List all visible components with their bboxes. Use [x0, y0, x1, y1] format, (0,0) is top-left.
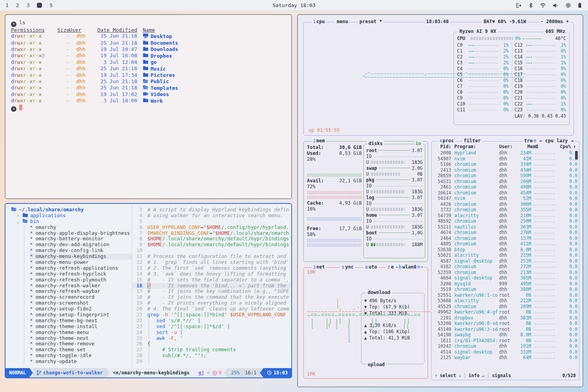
- proc-sort[interactable]: ← cpu lazy →: [538, 138, 575, 143]
- code-line-24[interactable]: 24│ sort -u |: [132, 330, 291, 336]
- ls-entry-go[interactable]: go: [137, 59, 286, 65]
- preset-button[interactable]: preset *: [358, 19, 384, 24]
- code-line-26[interactable]: 26{: [132, 341, 291, 347]
- process-row[interactable]: 52551kworker/u96:1-coroot0B0.0: [435, 292, 577, 298]
- tree-file-omarchy-menu-keybindings[interactable]: *omarchy-menu-keybindings: [30, 254, 132, 260]
- process-row[interactable]: 54198swaybgdhh8.0M0.0: [435, 332, 577, 338]
- process-row[interactable]: 4664signal-desktopdhh385M0.0: [435, 275, 577, 281]
- code-line-27[interactable]: 27│ # Strip trailing comments: [132, 347, 291, 353]
- neovim-window[interactable]: ~/.local/share/omarchy›applications⌄bin*…: [5, 203, 292, 378]
- code-line-9[interactable]: 9$HOME/.local/share/omarchy/default/hypr…: [132, 242, 291, 248]
- process-row[interactable]: 2413chromiumdhh438M0.0: [435, 167, 577, 173]
- process-row[interactable]: 52359chromiumdhh213M0.0: [435, 270, 577, 276]
- process-row[interactable]: 53638btopdhh8.0M0.0: [435, 247, 577, 253]
- process-row[interactable]: 2125waybardhh64M0.0: [435, 355, 577, 361]
- net-auto-toggle[interactable]: auto: [363, 264, 379, 270]
- tree-file-omarchy-theme-menu[interactable]: *omarchy-theme-menu: [30, 330, 132, 336]
- code-line-11[interactable]: 11# Process the configuration file to ex…: [132, 254, 291, 260]
- code-line-12[interactable]: 12# 1. `grep` finds all lines starting w…: [132, 260, 291, 265]
- process-row[interactable]: 4587signal-desktopdhh251M0.0: [435, 258, 577, 264]
- tree-file-omarchy-menu-power[interactable]: *omarchy-menu-power: [30, 260, 132, 265]
- file-tree[interactable]: ~/.local/share/omarchy›applications⌄bin*…: [5, 204, 132, 368]
- ls-entry-public[interactable]: Public: [137, 78, 286, 85]
- tree-file-omarchy-setup-fingerprint[interactable]: *omarchy-setup-fingerprint: [30, 312, 132, 318]
- ls-entry-downloads[interactable]: Downloads: [137, 46, 286, 53]
- tree-file-omarchy-screenrecord[interactable]: *omarchy-screenrecord: [30, 294, 132, 300]
- process-row[interactable]: 3208mysqld999495M0.0: [435, 281, 577, 287]
- tree-file-omarchy-theme-remove[interactable]: *omarchy-theme-remove: [30, 341, 132, 347]
- process-row[interactable]: 43140kworker/u96:3-sdroot0B0.0: [435, 327, 577, 332]
- process-row[interactable]: 54247nvimdhh52M0.0: [435, 196, 577, 201]
- code-line-25[interactable]: 25│ awk -F, ': [132, 336, 291, 341]
- disks-title[interactable]: disks: [367, 141, 384, 146]
- code-line-20[interactable]: 20# 4. The final `sed` cleans up any lef…: [132, 306, 291, 312]
- process-row[interactable]: 4426chromiumdhh306M0.0: [435, 201, 577, 207]
- tree-file-omarchy-refresh-waybar[interactable]: *omarchy-refresh-waybar: [30, 289, 132, 294]
- ls-entry-documents[interactable]: Documents: [137, 40, 286, 46]
- process-scrollbar[interactable]: [575, 151, 578, 160]
- code-line-22[interactable]: 22│ sed 's/#.*//' |: [132, 318, 291, 324]
- menu-button[interactable]: menu: [335, 19, 350, 24]
- code-line-7[interactable]: 7OMARCHY_BINDINGS_CONF="$HOME/.local/sha…: [132, 230, 291, 236]
- btop-window[interactable]: 1cpu menu preset * 18:03:46 BAT▼ 60% -9.…: [297, 14, 583, 387]
- process-row[interactable]: 4805chromiumdhh411M0.0: [435, 241, 577, 247]
- process-row[interactable]: 5166chromiumdhh334M0.0: [435, 162, 577, 167]
- code-line-19[interactable]: 19# - It prints everything in a nicely a…: [132, 300, 291, 306]
- process-row[interactable]: 53208kworker/u96:0-sdroot0B0.0: [435, 321, 577, 327]
- process-row[interactable]: 2461chromiumdhh408M0.0: [435, 184, 577, 190]
- proc-tree-toggle[interactable]: tree: [523, 138, 538, 143]
- tab-proc[interactable]: 4proc: [438, 138, 456, 143]
- process-row[interactable]: 45529chromiumdhh209M0.0: [435, 304, 577, 310]
- tree-dir-applications[interactable]: ›applications: [11, 213, 132, 219]
- prompt-line-2[interactable]: ➜: [11, 105, 286, 112]
- code-line-8[interactable]: 8$HOME/.local/share/omarchy/default/hypr…: [132, 236, 291, 242]
- process-row[interactable]: 3732chromiumdhh355M0.0: [435, 207, 577, 213]
- ls-entry-pictures[interactable]: Pictures: [137, 72, 286, 78]
- tree-file-omarchy-dev-config-link[interactable]: *omarchy-dev-config-link: [30, 248, 132, 254]
- process-row[interactable]: 48592chromiumdhh250M0.0: [435, 218, 577, 224]
- tree-file-omarchy-refresh-plymouth[interactable]: *omarchy-refresh-plymouth: [30, 277, 132, 283]
- code-line-10[interactable]: 10: [132, 248, 291, 254]
- tree-file-omarchy-refresh-applications[interactable]: *omarchy-refresh-applications: [30, 265, 132, 271]
- code-line-14[interactable]: 14# 3. `awk` does the heavy lifting of f…: [132, 271, 291, 277]
- code-line-15[interactable]: 15# - It sets the field separator to a c…: [132, 277, 291, 283]
- tab-cpu[interactable]: 1cpu: [312, 19, 327, 24]
- process-row[interactable]: 49962kworker/u96:4-gfroot0B0.0: [435, 309, 577, 315]
- code-line-17[interactable]: 17# - It joins the key combination (e.g.…: [132, 289, 291, 294]
- terminal-window[interactable]: ➜ls PermissionsSizeUserDate ModifiedName…: [5, 14, 292, 199]
- process-row[interactable]: 53621alacrittydhh215M0.0: [435, 252, 577, 258]
- tree-file-omarchy-update[interactable]: *omarchy-update: [30, 359, 132, 365]
- process-row[interactable]: 2191dropboxdhh383M0.0: [435, 315, 577, 321]
- code-editor[interactable]: 3# A script to display Hyprland keybindi…: [132, 204, 291, 368]
- tree-file-omarchy-refresh-walker[interactable]: *omarchy-refresh-walker: [30, 283, 132, 289]
- code-line-4[interactable]: 4# using walker for an interactive searc…: [132, 213, 291, 219]
- process-row[interactable]: 54907nvimdhh41M0.0: [435, 156, 577, 162]
- git-branch[interactable]: change-wofi-to-walker: [33, 368, 106, 377]
- process-row[interactable]: 10242chromiumdhh191M0.0: [435, 343, 577, 349]
- tree-file-omarchy-refresh-hyprlock[interactable]: *omarchy-refresh-hyprlock: [30, 271, 132, 277]
- process-row[interactable]: 4514signal-desktopdhh332M0.0: [435, 349, 577, 355]
- tree-file-omarchy-dev-add-migration[interactable]: *omarchy-dev-add-migration: [30, 242, 132, 248]
- process-row[interactable]: 54739alacrittydhh210M0.0: [435, 213, 577, 219]
- ls-entry-work[interactable]: Work: [137, 98, 286, 104]
- process-row[interactable]: 4674chromiumdhh276M0.0: [435, 230, 577, 236]
- ls-entry-dropbox[interactable]: Dropbox: [137, 53, 286, 59]
- tab-net[interactable]: 3net: [312, 264, 327, 270]
- tree-dir-bin[interactable]: ⌄bin: [11, 219, 132, 225]
- ls-entry-desktop[interactable]: Desktop: [137, 33, 286, 40]
- code-line-13[interactable]: 13# 2. The first `sed` removes comments …: [132, 265, 291, 271]
- tree-file-omarchy-toggle-idle[interactable]: *omarchy-toggle-idle: [30, 353, 132, 359]
- process-row[interactable]: 2464chromiumdhh137M0.0: [435, 236, 577, 241]
- code-line-21[interactable]: 21grep -h '^[[:space:]]*bind' $USER_HYPR…: [132, 312, 291, 318]
- process-row[interactable]: 16614chromiumdhh454M0.0: [435, 190, 577, 196]
- tree-file-omarchy-battery-monitor[interactable]: *omarchy-battery-monitor: [30, 236, 132, 242]
- tree-root[interactable]: ~/.local/share/omarchy: [11, 207, 132, 213]
- tree-file-omarchy-theme-next[interactable]: *omarchy-theme-next: [30, 336, 132, 341]
- net-interface[interactable]: ←bwlan0n→: [394, 264, 425, 270]
- process-row[interactable]: 28659chromiumdhh599M0.0: [435, 173, 577, 179]
- process-row[interactable]: 1611irq/81-PIXA3854:root0B0.0: [435, 338, 577, 344]
- tab-mem[interactable]: 2mem: [312, 138, 327, 143]
- code-line-18[interactable]: 18# - It joins the command that the key …: [132, 294, 291, 300]
- process-row[interactable]: 4162chromiumdhh272M0.0: [435, 264, 577, 270]
- disks-io-toggle[interactable]: io: [414, 141, 423, 146]
